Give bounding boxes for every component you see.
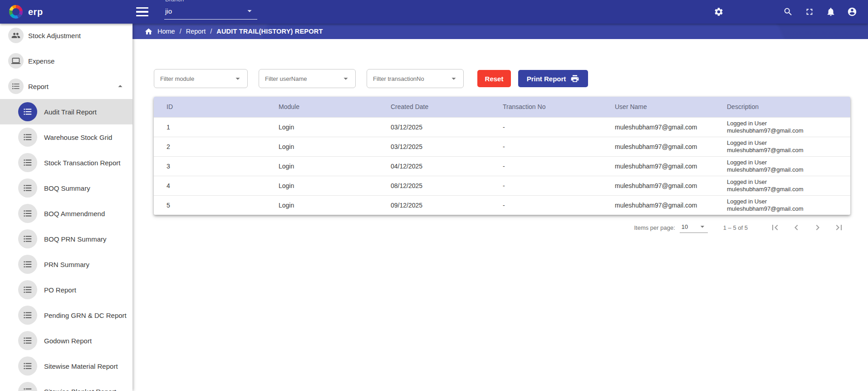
reset-button[interactable]: Reset <box>477 70 511 87</box>
sidebar-subitem[interactable]: Godown Report <box>0 328 132 353</box>
cell-id: 5 <box>154 195 266 215</box>
sidebar-subitem-label: BOQ PRN Summary <box>44 235 107 243</box>
next-page-icon[interactable] <box>812 222 823 233</box>
sidebar-item-report[interactable]: Report <box>0 74 132 99</box>
table-row[interactable]: 2 Login 03/12/2025 - muleshubham97@gmail… <box>154 137 850 156</box>
cell-id: 2 <box>154 137 266 156</box>
brand[interactable]: erp <box>9 0 43 24</box>
list-icon <box>18 204 37 223</box>
table-row[interactable]: 1 Login 03/12/2025 - muleshubham97@gmail… <box>154 117 850 137</box>
brand-name: erp <box>28 7 43 17</box>
column-header-user-name: User Name <box>602 97 714 117</box>
breadcrumb-separator: / <box>180 28 181 35</box>
cell-created-date: 08/12/2025 <box>378 176 490 195</box>
sidebar-subitem[interactable]: Stock Transaction Report <box>0 150 132 175</box>
branch-select-label: Branch <box>165 0 184 3</box>
cell-description: Logged in User muleshubham97@gmail.com <box>714 156 850 176</box>
sidebar-item-label: Stock Adjustment <box>28 32 81 40</box>
notifications-icon[interactable] <box>826 7 836 17</box>
filter-username-select[interactable]: Filter userName <box>259 69 356 88</box>
account-icon[interactable] <box>847 7 857 17</box>
sidebar-subitem[interactable]: Sitewise Blanket Report <box>0 379 132 391</box>
search-icon[interactable] <box>783 7 793 17</box>
print-report-button[interactable]: Print Report <box>518 70 588 87</box>
cell-module: Login <box>266 176 378 195</box>
page-size-select[interactable]: 10 <box>680 222 708 233</box>
table-row[interactable]: 4 Login 08/12/2025 - muleshubham97@gmail… <box>154 176 850 195</box>
cell-transaction-no: - <box>490 176 602 195</box>
cell-transaction-no: - <box>490 195 602 215</box>
cell-created-date: 03/12/2025 <box>378 117 490 137</box>
chevron-down-icon <box>233 74 243 84</box>
sidebar-item-expense[interactable]: Expense <box>0 48 132 74</box>
sidebar-subitem[interactable]: Audit Trail Report <box>0 99 132 124</box>
cell-user-name: muleshubham97@gmail.com <box>602 195 714 215</box>
list-icon <box>8 79 24 94</box>
cell-module: Login <box>266 117 378 137</box>
sidebar-subitem-label: PO Report <box>44 286 76 294</box>
filter-username-placeholder: Filter userName <box>265 75 307 82</box>
sidebar-subitem-label: Sitewise Blanket Report <box>44 388 116 391</box>
navbar-actions <box>714 0 857 24</box>
sidebar-subitem[interactable]: BOQ PRN Summary <box>0 226 132 252</box>
laptop-icon <box>8 53 24 69</box>
report-submenu: Audit Trail Report Warehouse Stock Grid … <box>0 99 132 391</box>
people-icon <box>8 28 24 43</box>
list-icon <box>18 102 37 121</box>
erp-app: erp Branch jio Home / Report / AUDIT TRA… <box>0 0 868 391</box>
table-row[interactable]: 5 Login 09/12/2025 - muleshubham97@gmail… <box>154 195 850 215</box>
sidebar-subitem[interactable]: Sitewise Material Report <box>0 353 132 379</box>
sidebar-subitem[interactable]: Warehouse Stock Grid <box>0 124 132 150</box>
column-header-module: Module <box>266 97 378 117</box>
breadcrumb-separator: / <box>210 28 212 35</box>
cell-transaction-no: - <box>490 137 602 156</box>
sidebar-subitem[interactable]: BOQ Ammendmend <box>0 201 132 226</box>
pagination: Items per page: 10 1 – 5 of 5 <box>132 222 844 233</box>
filter-module-placeholder: Filter module <box>160 75 194 82</box>
sidebar-subitem-label: Stock Transaction Report <box>44 159 120 167</box>
sidebar-subitem[interactable]: PO Report <box>0 277 132 302</box>
list-icon <box>18 178 37 198</box>
previous-page-icon[interactable] <box>791 222 802 233</box>
filter-module-select[interactable]: Filter module <box>154 69 248 88</box>
chevron-down-icon <box>341 74 351 84</box>
sidebar-subitem[interactable]: Pending GRN & DC Report <box>0 302 132 328</box>
page-range-label: 1 – 5 of 5 <box>723 224 748 231</box>
sidebar-subitem[interactable]: BOQ Summary <box>0 175 132 201</box>
filter-transaction-select[interactable]: Filter transactionNo <box>367 69 464 88</box>
branch-select[interactable]: Branch jio <box>164 0 257 24</box>
items-per-page-label: Items per page: <box>634 224 675 231</box>
menu-icon[interactable] <box>136 7 148 16</box>
cell-transaction-no: - <box>490 156 602 176</box>
sidebar-subitem-label: Audit Trail Report <box>44 108 97 116</box>
breadcrumb-section[interactable]: Report <box>186 28 206 35</box>
sidebar-subitem-label: Sitewise Material Report <box>44 362 118 370</box>
cell-user-name: muleshubham97@gmail.com <box>602 117 714 137</box>
list-icon <box>18 153 37 172</box>
sidebar-subitem-label: PRN Summary <box>44 261 89 268</box>
column-header-created-date: Created Date <box>378 97 490 117</box>
sidebar-subitem[interactable]: PRN Summary <box>0 252 132 277</box>
cell-user-name: muleshubham97@gmail.com <box>602 156 714 176</box>
first-page-icon[interactable] <box>770 222 780 233</box>
cell-module: Login <box>266 195 378 215</box>
breadcrumb: Home / Report / AUDIT TRAIL(HISTORY) REP… <box>132 24 868 39</box>
cell-created-date: 03/12/2025 <box>378 137 490 156</box>
home-icon[interactable] <box>144 27 153 36</box>
fullscreen-icon[interactable] <box>804 7 814 17</box>
chevron-down-icon <box>245 6 255 16</box>
sidebar-menu: Stock Adjustment Expense Report <box>0 24 132 99</box>
sidebar-subitem-label: Warehouse Stock Grid <box>44 134 112 141</box>
column-header-description: Description <box>714 97 850 117</box>
last-page-icon[interactable] <box>834 222 844 233</box>
sidebar-subitem-label: BOQ Summary <box>44 184 90 192</box>
settings-icon[interactable] <box>714 7 724 17</box>
audit-trail-table-card: ID Module Created Date Transaction No Us… <box>154 97 850 215</box>
table-row[interactable]: 3 Login 04/12/2025 - muleshubham97@gmail… <box>154 156 850 176</box>
cell-user-name: muleshubham97@gmail.com <box>602 176 714 195</box>
table-body: 1 Login 03/12/2025 - muleshubham97@gmail… <box>154 117 850 215</box>
sidebar-item-stock-adjustment[interactable]: Stock Adjustment <box>0 24 132 48</box>
chevron-down-icon <box>698 222 707 231</box>
list-icon <box>18 306 37 325</box>
breadcrumb-home[interactable]: Home <box>157 28 175 35</box>
